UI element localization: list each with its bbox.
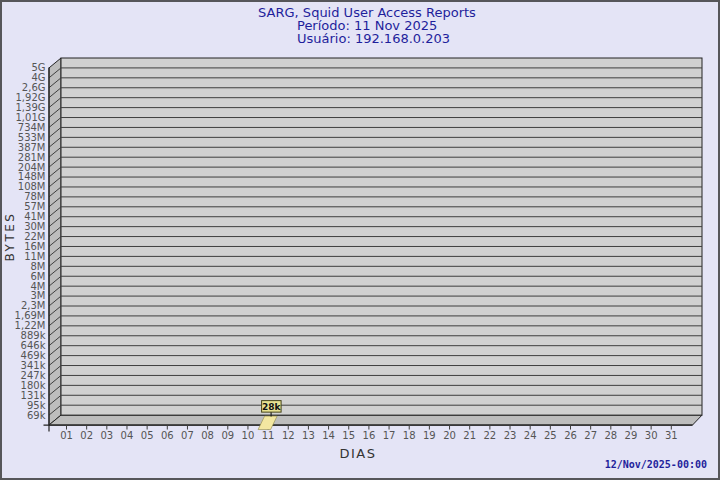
x-axis-tick-label: 23 bbox=[504, 430, 517, 441]
x-axis-tick-label: 31 bbox=[665, 430, 678, 441]
x-axis-tick-label: 17 bbox=[383, 430, 396, 441]
x-axis-title: DIAS bbox=[340, 446, 377, 461]
x-axis-tick-label: 04 bbox=[121, 430, 134, 441]
x-axis-tick-label: 02 bbox=[80, 430, 93, 441]
generated-timestamp: 12/Nov/2025-00:00 bbox=[605, 459, 707, 470]
x-axis-tick-label: 18 bbox=[403, 430, 416, 441]
x-axis-tick-label: 30 bbox=[645, 430, 658, 441]
x-axis-tick-label: 26 bbox=[564, 430, 577, 441]
y-axis-tick-label: 69k bbox=[27, 410, 46, 421]
x-axis-tick-label: 03 bbox=[100, 430, 113, 441]
x-axis-tick-label: 13 bbox=[302, 430, 315, 441]
x-axis-tick-label: 24 bbox=[524, 430, 537, 441]
x-axis-tick-label: 19 bbox=[423, 430, 436, 441]
x-axis-tick-label: 29 bbox=[625, 430, 638, 441]
x-axis-tick-label: 01 bbox=[60, 430, 73, 441]
x-axis-tick-label: 07 bbox=[181, 430, 194, 441]
chart-floor bbox=[49, 415, 702, 425]
x-axis-tick-label: 14 bbox=[322, 430, 335, 441]
x-axis-tick-label: 27 bbox=[584, 430, 597, 441]
x-axis-tick-label: 12 bbox=[282, 430, 295, 441]
x-axis-tick-label: 22 bbox=[483, 430, 496, 441]
bar-value-label: 28k bbox=[262, 402, 282, 412]
bytes-per-day-chart: 5G4G2,6G1,92G1,39G1,01G734M533M387M281M2… bbox=[2, 2, 718, 478]
x-axis-tick-label: 16 bbox=[363, 430, 376, 441]
x-axis-tick-label: 06 bbox=[161, 430, 174, 441]
x-axis-tick-label: 05 bbox=[141, 430, 154, 441]
x-axis-tick-label: 21 bbox=[463, 430, 476, 441]
y-axis-title: BYTES bbox=[3, 212, 17, 262]
x-axis-tick-label: 10 bbox=[242, 430, 255, 441]
x-axis-tick-label: 15 bbox=[342, 430, 355, 441]
x-axis-tick-label: 11 bbox=[262, 430, 275, 441]
x-axis-tick-label: 09 bbox=[221, 430, 234, 441]
x-axis-tick-label: 20 bbox=[443, 430, 456, 441]
x-axis-tick-label: 08 bbox=[201, 430, 214, 441]
sarg-report-window: SARG, Squid User Access Reports Período:… bbox=[0, 0, 720, 480]
x-axis-tick-label: 28 bbox=[604, 430, 617, 441]
x-axis-tick-label: 25 bbox=[544, 430, 557, 441]
